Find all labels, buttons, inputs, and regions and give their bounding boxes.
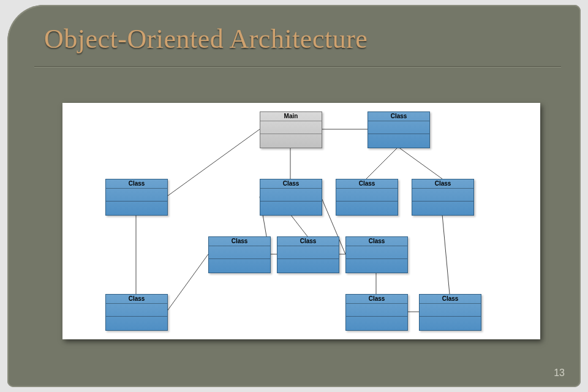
uml-class-box: Class — [345, 236, 408, 273]
uml-compartment — [260, 134, 322, 146]
uml-box-title: Class — [336, 179, 398, 189]
uml-box-title: Main — [260, 112, 322, 121]
uml-box-title: Class — [412, 179, 473, 189]
uml-box-title: Class — [277, 237, 339, 246]
uml-compartment — [277, 246, 339, 259]
uml-class-box: Class — [368, 111, 430, 148]
uml-class-box: Class — [105, 179, 168, 216]
page-number: 13 — [554, 368, 565, 379]
diagram-edge — [442, 214, 450, 294]
uml-compartment — [260, 202, 322, 214]
uml-compartment — [412, 202, 473, 214]
uml-box-title: Class — [106, 179, 167, 189]
uml-compartment — [368, 134, 429, 146]
diagram-edge — [167, 254, 208, 312]
uml-compartment — [106, 304, 167, 317]
uml-class-box: Class — [336, 179, 398, 216]
uml-box-title: Class — [346, 295, 407, 304]
uml-compartment — [336, 202, 398, 214]
uml-class-box: Class — [277, 236, 339, 273]
presentation-slide: Object-Oriented Architecture MainClassCl… — [7, 5, 581, 387]
uml-compartment — [260, 121, 322, 134]
diagram-edge — [290, 214, 307, 236]
diagram-canvas: MainClassClassClassClassClassClassClassC… — [62, 103, 540, 339]
uml-box-title: Class — [209, 237, 270, 246]
uml-compartment — [346, 259, 407, 271]
uml-compartment — [412, 189, 473, 202]
uml-compartment — [106, 317, 167, 329]
uml-class-box: Class — [208, 236, 271, 273]
uml-compartment — [420, 317, 481, 329]
uml-class-box: Class — [105, 294, 168, 331]
uml-compartment — [277, 259, 339, 271]
uml-compartment — [260, 189, 322, 202]
uml-box-title: Class — [420, 295, 481, 304]
uml-compartment — [209, 259, 270, 271]
uml-compartment — [106, 202, 167, 214]
uml-box-title: Class — [368, 112, 429, 121]
uml-compartment — [346, 304, 407, 317]
slide-title: Object-Oriented Architecture — [44, 23, 368, 55]
uml-compartment — [346, 317, 407, 329]
uml-class-box: Class — [345, 294, 408, 331]
uml-class-box: Class — [260, 179, 322, 216]
uml-box-title: Class — [346, 237, 407, 246]
diagram-edge — [366, 147, 398, 179]
title-underline — [34, 66, 561, 67]
uml-class-box: Class — [419, 294, 481, 331]
uml-compartment — [346, 246, 407, 259]
uml-compartment — [420, 304, 481, 317]
uml-compartment — [209, 246, 270, 259]
uml-main-box: Main — [260, 111, 322, 148]
diagram-edge — [167, 129, 260, 197]
uml-box-title: Class — [260, 179, 322, 189]
uml-class-box: Class — [412, 179, 474, 216]
uml-compartment — [336, 189, 398, 202]
uml-compartment — [106, 189, 167, 202]
uml-box-title: Class — [106, 295, 167, 304]
diagram-edge — [398, 147, 442, 179]
uml-compartment — [368, 121, 429, 134]
